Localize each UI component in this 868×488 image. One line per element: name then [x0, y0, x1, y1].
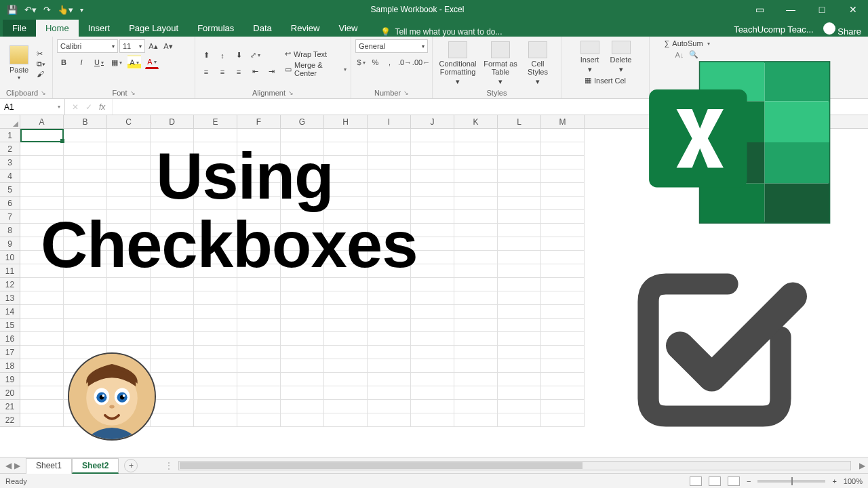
cell[interactable] [107, 332, 151, 346]
cell[interactable] [281, 346, 324, 359]
cell[interactable] [237, 305, 281, 319]
cell[interactable] [151, 346, 194, 359]
cell[interactable] [281, 319, 324, 332]
format-as-table-button[interactable]: Format as Table▾ [481, 41, 519, 86]
tab-file[interactable]: File [3, 20, 36, 37]
cell[interactable] [454, 264, 498, 278]
cell[interactable] [498, 251, 541, 264]
column-header[interactable]: M [541, 115, 585, 128]
column-header[interactable]: J [411, 115, 454, 128]
cell[interactable] [411, 169, 454, 183]
wrap-text-button[interactable]: ↩Wrap Text [285, 49, 347, 58]
tab-split-handle[interactable]: ⋮ [165, 461, 173, 470]
cell[interactable] [454, 413, 498, 427]
cell-styles-button[interactable]: Cell Styles▾ [522, 41, 553, 86]
cell[interactable] [368, 305, 411, 319]
cell[interactable] [237, 319, 281, 332]
tab-data[interactable]: Data [243, 20, 281, 37]
cell[interactable] [151, 359, 194, 373]
tab-review[interactable]: Review [281, 20, 330, 37]
cell[interactable] [498, 400, 541, 413]
cell[interactable] [411, 142, 454, 156]
row-header[interactable]: 12 [0, 278, 20, 291]
cell[interactable] [411, 224, 454, 237]
cell[interactable] [368, 400, 411, 413]
accounting-format-icon[interactable]: $ [355, 56, 367, 69]
column-header[interactable]: A [20, 115, 64, 128]
scroll-right-icon[interactable]: ▶ [856, 461, 868, 470]
indent-increase-icon[interactable]: ⇥ [264, 65, 278, 79]
cell[interactable] [194, 332, 237, 346]
row-header[interactable]: 4 [0, 169, 20, 183]
row-header[interactable]: 2 [0, 142, 20, 156]
cell[interactable] [454, 142, 498, 156]
cell[interactable] [454, 305, 498, 319]
font-name-select[interactable]: Calibri▾ [57, 39, 118, 53]
cell[interactable] [281, 386, 324, 400]
indent-decrease-icon[interactable]: ⇤ [248, 65, 262, 79]
cell[interactable] [498, 386, 541, 400]
tab-view[interactable]: View [329, 20, 367, 37]
column-header[interactable]: F [237, 115, 281, 128]
format-painter-icon[interactable]: 🖌 [37, 70, 45, 78]
cell[interactable] [368, 346, 411, 359]
cell[interactable] [454, 359, 498, 373]
cell[interactable] [324, 319, 368, 332]
cell[interactable] [454, 156, 498, 169]
zoom-slider[interactable] [757, 480, 825, 483]
row-header[interactable]: 14 [0, 305, 20, 319]
cell[interactable] [368, 291, 411, 305]
cell[interactable] [151, 305, 194, 319]
row-header[interactable]: 3 [0, 156, 20, 169]
percent-format-icon[interactable]: % [370, 56, 381, 69]
sheet-tab-sheet2[interactable]: Sheet2 [72, 458, 119, 474]
cell[interactable] [324, 413, 368, 427]
cell[interactable] [498, 319, 541, 332]
ribbon-options-button[interactable]: ▭ [745, 0, 774, 19]
cell[interactable] [20, 373, 64, 386]
cell[interactable] [107, 291, 151, 305]
save-icon[interactable]: 💾 [7, 5, 18, 15]
cell[interactable] [498, 224, 541, 237]
cell[interactable] [498, 359, 541, 373]
align-right-icon[interactable]: ≡ [232, 65, 245, 79]
page-break-view-icon[interactable] [728, 476, 740, 486]
zoom-level[interactable]: 100% [844, 477, 863, 485]
align-bottom-icon[interactable]: ⬇ [232, 49, 245, 62]
cell[interactable] [541, 359, 585, 373]
cell[interactable] [20, 386, 64, 400]
tell-me-search[interactable]: 💡 Tell me what you want to do... [367, 27, 727, 37]
sheet-nav-prev-icon[interactable]: ◀ [5, 461, 12, 470]
column-header[interactable]: E [194, 115, 237, 128]
touch-mode-icon[interactable]: 👆▾ [58, 5, 73, 15]
font-launcher-icon[interactable]: ↘ [130, 89, 136, 96]
cell[interactable] [454, 400, 498, 413]
cell[interactable] [64, 319, 107, 332]
cell[interactable] [368, 332, 411, 346]
row-header[interactable]: 17 [0, 346, 20, 359]
cell[interactable] [541, 156, 585, 169]
cell[interactable] [454, 169, 498, 183]
cell[interactable] [541, 278, 585, 291]
cell[interactable] [324, 373, 368, 386]
cell[interactable] [498, 332, 541, 346]
cell[interactable] [20, 332, 64, 346]
align-left-icon[interactable]: ≡ [199, 65, 213, 79]
cell[interactable] [541, 197, 585, 210]
cell[interactable] [107, 129, 151, 142]
cell[interactable] [454, 278, 498, 291]
cell[interactable] [20, 305, 64, 319]
cell[interactable] [454, 346, 498, 359]
row-header[interactable]: 9 [0, 237, 20, 251]
cell[interactable] [368, 359, 411, 373]
tab-page-layout[interactable]: Page Layout [119, 20, 188, 37]
cell[interactable] [541, 169, 585, 183]
cell[interactable] [64, 332, 107, 346]
font-color-icon[interactable]: A [145, 56, 159, 69]
cell[interactable] [237, 359, 281, 373]
cell[interactable] [368, 413, 411, 427]
cell[interactable] [324, 346, 368, 359]
cell[interactable] [454, 373, 498, 386]
cell[interactable] [454, 224, 498, 237]
cell[interactable] [194, 400, 237, 413]
